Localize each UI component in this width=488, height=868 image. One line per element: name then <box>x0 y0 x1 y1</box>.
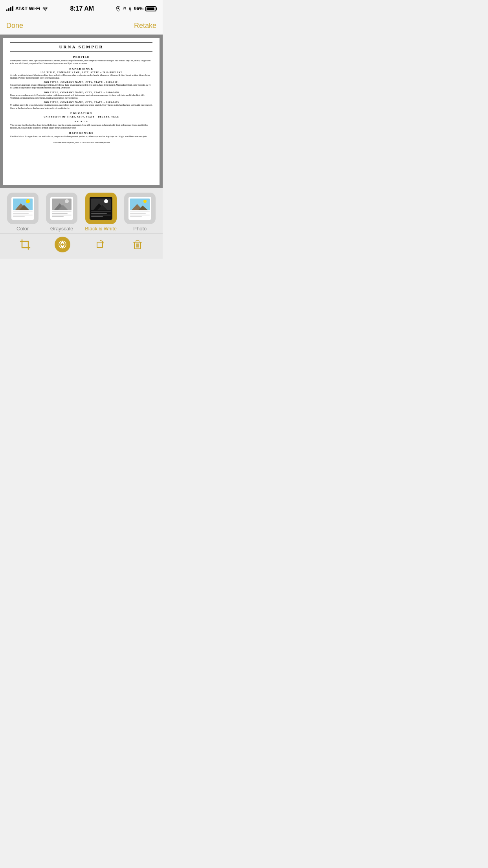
filter-photo-icon-wrap <box>124 193 156 224</box>
section-experience-title: EXPERIENCE <box>10 67 152 70</box>
svg-point-7 <box>65 199 69 203</box>
job-body-4: Ut facilisis ante in dui ac suscipit, tu… <box>10 104 152 110</box>
status-right: 96% <box>116 6 156 11</box>
section-education-title: EDUCATION <box>10 112 152 115</box>
crop-icon <box>20 239 31 250</box>
delete-button[interactable] <box>129 236 146 253</box>
section-references-title: REFERENCES <box>10 131 152 134</box>
doc-footer: 1234 Main Street Anytown, State ZIP 123-… <box>10 142 152 143</box>
job-title-2: JOB TITLE, COMPANY NAME; CITY, STATE – 2… <box>10 81 152 83</box>
filter-color[interactable]: Color <box>7 193 39 232</box>
battery-percent: 96% <box>134 6 143 11</box>
document-paper: URNA SEMPER PROFILE Lorem ipsum dolor si… <box>3 38 160 185</box>
filter-color-icon <box>11 197 34 220</box>
svg-point-0 <box>45 10 46 11</box>
svg-point-1 <box>117 7 119 9</box>
filter-bw-icon-wrap <box>85 193 117 224</box>
filter-grayscale[interactable]: Grayscale <box>46 193 77 232</box>
section-profile-body: Lorem ipsum dolor sit amet, ligula suspe… <box>10 59 152 65</box>
filter-bw[interactable]: Black & White <box>85 193 117 232</box>
action-bar <box>0 233 163 257</box>
section-references-body: Curabitur labore. Ac augue donec, sed a … <box>10 135 152 138</box>
svg-point-11 <box>104 199 108 203</box>
svg-point-3 <box>26 199 30 203</box>
filter-grayscale-label: Grayscale <box>50 226 73 232</box>
filter-options: Color <box>0 191 163 233</box>
svg-rect-21 <box>97 242 103 248</box>
adjust-button[interactable] <box>54 236 71 253</box>
crop-button[interactable] <box>17 236 34 253</box>
status-time: 8:17 AM <box>70 5 94 12</box>
svg-point-15 <box>143 200 147 203</box>
location-icon <box>116 6 120 11</box>
battery-fill <box>147 7 154 10</box>
bluetooth-icon <box>128 6 132 11</box>
filter-photo[interactable]: Photo <box>124 193 156 232</box>
wifi-icon <box>42 6 48 11</box>
filter-color-icon-wrap <box>7 193 39 224</box>
rotate-button[interactable] <box>92 236 109 253</box>
job-title-3: JOB TITLE, COMPANY NAME; CITY, STATE – 2… <box>10 91 152 94</box>
svg-point-20 <box>61 243 64 246</box>
document-view: URNA SEMPER PROFILE Lorem ipsum dolor si… <box>0 35 163 188</box>
filter-photo-icon <box>128 197 151 220</box>
battery-icon <box>145 6 156 11</box>
filter-grayscale-icon-wrap <box>46 193 77 224</box>
filter-color-label: Color <box>17 226 29 232</box>
doc-name: URNA SEMPER <box>10 44 152 49</box>
arrow-icon <box>122 6 126 11</box>
job-body-3: Donec arcu risus diam amet sit. Congue t… <box>10 94 152 100</box>
section-skills-body: Vitae et, nunc hasellus hasellus, donec … <box>10 124 152 130</box>
job-title-4: JOB TITLE, COMPANY NAME; CITY, STATE – 2… <box>10 101 152 103</box>
adjust-icon <box>58 240 67 249</box>
doc-line-top <box>10 42 152 43</box>
doc-header: URNA SEMPER <box>10 42 152 52</box>
carrier-label: AT&T Wi-Fi <box>15 6 40 11</box>
retake-button[interactable]: Retake <box>134 20 156 31</box>
bottom-toolbar: Color <box>0 188 163 259</box>
filter-bw-icon <box>90 197 112 220</box>
nav-bar: Done Retake <box>0 17 163 35</box>
svg-rect-18 <box>22 241 28 248</box>
signal-bars <box>6 6 13 11</box>
filter-bw-label: Black & White <box>85 226 117 232</box>
section-skills-title: SKILLS <box>10 120 152 123</box>
job-title-1: JOB TITLE, COMPANY NAME; CITY, STATE – 2… <box>10 71 152 74</box>
trash-icon <box>132 239 143 250</box>
status-bar: AT&T Wi-Fi 8:17 AM 96% <box>0 0 163 17</box>
adjust-icon-circle <box>55 237 70 252</box>
status-left: AT&T Wi-Fi <box>6 6 48 11</box>
job-body-1: Ac dolor ac adipiscing amet bibendum nul… <box>10 74 152 80</box>
job-body-2: Consectetuer arcu ipsum ornare pellentes… <box>10 84 152 90</box>
education-subtitle: UNIVERSITY OF STATE, CITY, STATE – DEGRE… <box>10 116 152 118</box>
filter-photo-label: Photo <box>133 226 147 232</box>
section-profile-title: PROFILE <box>10 55 152 59</box>
filter-grayscale-icon <box>50 197 73 220</box>
rotate-icon <box>95 239 106 250</box>
done-button[interactable]: Done <box>6 20 23 31</box>
